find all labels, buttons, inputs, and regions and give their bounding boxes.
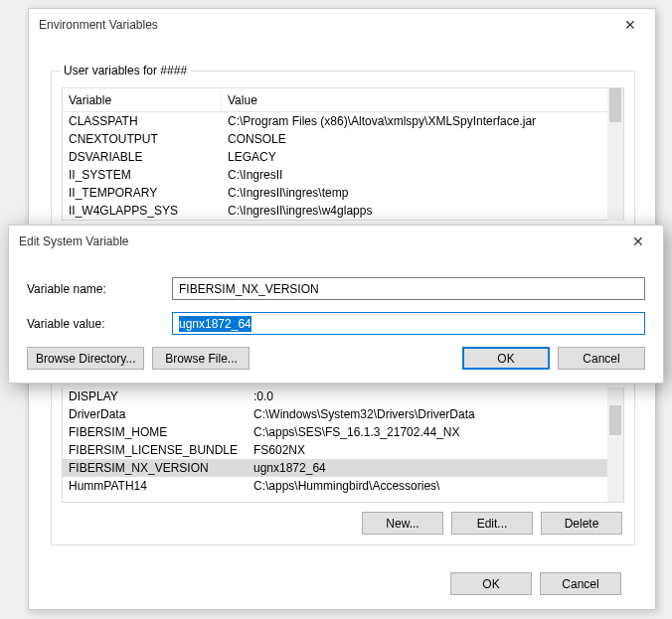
cell-variable: II_SYSTEM bbox=[63, 167, 222, 183]
close-icon[interactable]: ✕ bbox=[623, 233, 653, 249]
scroll-thumb[interactable] bbox=[609, 88, 621, 122]
cancel-button[interactable]: Cancel bbox=[558, 347, 645, 370]
table-row[interactable]: CLASSPATHC:\Program Files (x86)\Altova\x… bbox=[63, 112, 623, 130]
col-header-variable[interactable]: Variable bbox=[63, 89, 222, 111]
table-row[interactable]: HummPATH14C:\apps\Hummingbird\Accessorie… bbox=[63, 477, 623, 495]
cell-variable: DriverData bbox=[63, 406, 248, 422]
cell-variable: II_W4GLAPPS_SYS bbox=[63, 203, 222, 219]
col-header-value[interactable]: Value bbox=[222, 89, 623, 111]
env-title: Environment Variables bbox=[39, 18, 158, 32]
cell-value: C:\apps\SES\FS_16.1.3_21702.44_NX bbox=[248, 424, 623, 440]
table-row[interactable]: II_TEMPORARYC:\IngresII\ingres\temp bbox=[63, 184, 623, 202]
table-row[interactable]: FIBERSIM_HOMEC:\apps\SES\FS_16.1.3_21702… bbox=[63, 423, 623, 441]
system-variables-table[interactable]: DISPLAY:0.0DriverDataC:\Windows\System32… bbox=[62, 387, 624, 503]
table-row[interactable]: II_W4GLAPPS_SYSC:\IngresII\ingres\w4glap… bbox=[63, 202, 623, 220]
browse-file-button[interactable]: Browse File... bbox=[152, 347, 250, 370]
new-button[interactable]: New... bbox=[362, 512, 443, 535]
cell-value: CONSOLE bbox=[222, 131, 623, 147]
table-row[interactable]: CNEXTOUTPUTCONSOLE bbox=[63, 130, 623, 148]
cell-value: C:\apps\Hummingbird\Accessories\ bbox=[248, 478, 623, 494]
cell-variable: CLASSPATH bbox=[63, 113, 222, 129]
cancel-button[interactable]: Cancel bbox=[540, 572, 621, 595]
cell-variable: FIBERSIM_NX_VERSION bbox=[63, 460, 248, 476]
edit-titlebar: Edit System Variable ✕ bbox=[9, 226, 663, 257]
sys-buttons: New... Edit... Delete bbox=[362, 512, 622, 535]
cell-value: LEGACY bbox=[222, 149, 623, 165]
variable-value-input[interactable]: ugnx1872_64 bbox=[172, 312, 645, 335]
env-bottom-buttons: OK Cancel bbox=[450, 572, 621, 595]
variable-value-label: Variable value: bbox=[27, 317, 172, 331]
close-icon[interactable]: ✕ bbox=[615, 17, 645, 33]
delete-button[interactable]: Delete bbox=[541, 512, 622, 535]
browse-directory-button[interactable]: Browse Directory... bbox=[27, 347, 144, 370]
cell-variable: DISPLAY bbox=[63, 388, 248, 404]
cell-value: FS602NX bbox=[248, 442, 623, 458]
edit-system-variable-dialog: Edit System Variable ✕ Variable name: Va… bbox=[8, 225, 664, 384]
user-scrollbar[interactable] bbox=[607, 88, 623, 221]
cell-value: C:\IngresII\ingres\w4glapps bbox=[222, 203, 623, 219]
cell-variable: HummPATH14 bbox=[63, 478, 248, 494]
cell-variable: FIBERSIM_LICENSE_BUNDLE bbox=[63, 442, 248, 458]
scroll-thumb[interactable] bbox=[609, 405, 621, 435]
cell-value: C:\Windows\System32\Drivers\DriverData bbox=[248, 406, 623, 422]
table-row[interactable]: II_SYSTEMC:\IngresII bbox=[63, 166, 623, 184]
table-row[interactable]: FIBERSIM_NX_VERSIONugnx1872_64 bbox=[63, 459, 623, 477]
variable-name-input[interactable] bbox=[172, 277, 645, 300]
table-row[interactable]: DSVARIABLELEGACY bbox=[63, 148, 623, 166]
user-group-label: User variables for #### bbox=[60, 64, 191, 77]
cell-value: C:\IngresII\ingres\temp bbox=[222, 185, 623, 201]
edit-title: Edit System Variable bbox=[19, 234, 129, 248]
cell-variable: CNEXTOUTPUT bbox=[63, 131, 222, 147]
cell-value: C:\Program Files (x86)\Altova\xmlspy\XML… bbox=[222, 113, 623, 129]
cell-variable: DSVARIABLE bbox=[63, 149, 222, 165]
table-row[interactable]: DISPLAY:0.0 bbox=[63, 387, 623, 405]
cell-variable: FIBERSIM_HOME bbox=[63, 424, 248, 440]
ok-button[interactable]: OK bbox=[450, 572, 532, 595]
cell-value: C:\IngresII bbox=[222, 167, 623, 183]
variable-value-text: ugnx1872_64 bbox=[179, 316, 252, 332]
cell-value: ugnx1872_64 bbox=[248, 460, 623, 476]
sys-scrollbar[interactable] bbox=[607, 387, 623, 502]
table-row[interactable]: FIBERSIM_LICENSE_BUNDLEFS602NX bbox=[63, 441, 623, 459]
cell-variable: II_TEMPORARY bbox=[63, 185, 222, 201]
table-header: Variable Value bbox=[63, 88, 623, 112]
env-titlebar: Environment Variables ✕ bbox=[29, 9, 655, 41]
table-row[interactable]: DriverDataC:\Windows\System32\Drivers\Dr… bbox=[63, 405, 623, 423]
cell-value: :0.0 bbox=[248, 388, 623, 404]
edit-button[interactable]: Edit... bbox=[451, 512, 533, 535]
variable-name-label: Variable name: bbox=[27, 282, 172, 296]
user-variables-table[interactable]: Variable Value CLASSPATHC:\Program Files… bbox=[62, 87, 624, 221]
ok-button[interactable]: OK bbox=[462, 347, 550, 370]
